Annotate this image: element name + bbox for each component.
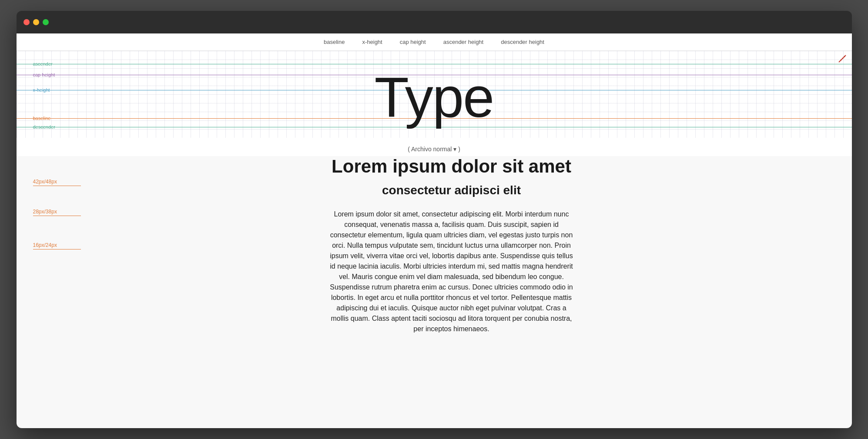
nav-descender-height[interactable]: descender height (501, 39, 544, 45)
size-28-rule (33, 216, 81, 216)
font-display-text: ( Archivo normal ▾ ) (408, 146, 460, 153)
size-16-text: 16px/24px (33, 242, 79, 248)
sample-body-text: Lorem ipsum dolor sit amet, consectetur … (330, 209, 573, 334)
svg-line-1 (844, 56, 845, 57)
minimize-button[interactable] (33, 19, 39, 25)
maximize-button[interactable] (43, 19, 49, 25)
center-content: Lorem ipsum dolor sit amet consectetur a… (86, 156, 852, 334)
nav-x-height[interactable]: x-height (362, 39, 382, 45)
browser-content: baseline x-height cap height ascender he… (17, 33, 852, 428)
ascender-line: ascender (17, 64, 852, 64)
specimen-area: ascender cap height x-height baseline de… (17, 51, 852, 138)
sample-heading-1: Lorem ipsum dolor sit amet (86, 156, 817, 177)
top-nav: baseline x-height cap height ascender he… (17, 33, 852, 51)
ascender-label: ascender (33, 61, 53, 67)
x-height-label: x-height (33, 87, 50, 93)
close-button[interactable] (23, 19, 30, 25)
cap-height-label: cap height (33, 72, 55, 77)
nav-ascender-height[interactable]: ascender height (443, 39, 484, 45)
font-info: ( Archivo normal ▾ ) (17, 138, 852, 156)
browser-window: baseline x-height cap height ascender he… (17, 11, 852, 428)
browser-titlebar (17, 11, 852, 33)
size-16-rule (33, 249, 81, 249)
sample-heading-2: consectetur adipisci elit (86, 182, 817, 199)
descender-label: descender (33, 124, 55, 130)
size-label-28: 28px/38px (33, 209, 79, 216)
nav-baseline[interactable]: baseline (324, 39, 345, 45)
baseline-label: baseline (33, 116, 51, 121)
nav-cap-height[interactable]: cap height (400, 39, 426, 45)
size-label-16: 16px/24px (33, 242, 79, 249)
left-margin: 42px/48px 28px/38px 16px/24px (17, 156, 86, 334)
size-28-text: 28px/38px (33, 209, 79, 215)
content-section: 42px/48px 28px/38px 16px/24px Lorem ipsu… (17, 156, 852, 334)
size-42-text: 42px/48px (33, 179, 79, 185)
ruler-icon[interactable] (838, 54, 847, 65)
size-42-rule (33, 186, 81, 186)
specimen-type-display: Type (375, 69, 494, 126)
size-label-42: 42px/48px (33, 179, 79, 186)
